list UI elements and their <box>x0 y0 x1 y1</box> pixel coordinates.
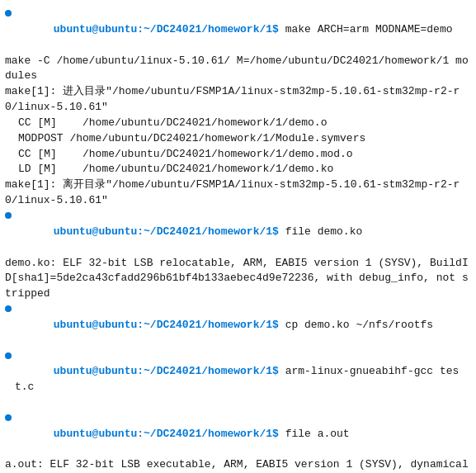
output-line-2: make[1]: 进入目录"/home/ubuntu/FSMP1A/linux-… <box>5 84 471 116</box>
output-line-5: CC [M] /home/ubuntu/DC24021/homework/1/d… <box>5 147 471 163</box>
prompt-dot-3 <box>5 305 12 312</box>
line-content-5: ubuntu@ubuntu:~/DC24021/homework/1$ file… <box>15 411 471 458</box>
prompt-3: ubuntu@ubuntu:~/DC24021/homework/1$ <box>54 319 279 331</box>
prompt-dot-5 <box>5 414 12 421</box>
cmd-1: make ARCH=arm MODNAME=demo <box>279 23 453 35</box>
prompt-1: ubuntu@ubuntu:~/DC24021/homework/1$ <box>54 23 279 35</box>
output-line-3: CC [M] /home/ubuntu/DC24021/homework/1/d… <box>5 116 471 131</box>
line-content-2: ubuntu@ubuntu:~/DC24021/homework/1$ file… <box>15 209 471 256</box>
prompt-dot-4 <box>5 352 12 359</box>
output-line-1: make -C /home/ubuntu/linux-5.10.61/ M=/h… <box>5 54 471 85</box>
cmd-3: cp demo.ko ~/nfs/rootfs <box>279 319 433 331</box>
prompt-2: ubuntu@ubuntu:~/DC24021/homework/1$ <box>54 225 279 238</box>
cmd-5: file a.out <box>279 428 350 440</box>
terminal-line-5: ubuntu@ubuntu:~/DC24021/homework/1$ file… <box>5 411 471 458</box>
output-line-9: a.out: ELF 32-bit LSB executable, ARM, E… <box>5 457 471 473</box>
line-content-4: ubuntu@ubuntu:~/DC24021/homework/1$ arm-… <box>15 349 471 411</box>
prompt-dot-2 <box>5 212 12 219</box>
terminal-line-1: ubuntu@ubuntu:~/DC24021/homework/1$ make… <box>5 7 471 54</box>
prompt-5: ubuntu@ubuntu:~/DC24021/homework/1$ <box>54 428 279 440</box>
prompt-4: ubuntu@ubuntu:~/DC24021/homework/1$ <box>54 365 279 377</box>
line-content-1: ubuntu@ubuntu:~/DC24021/homework/1$ make… <box>15 7 471 54</box>
output-line-7: make[1]: 离开目录"/home/ubuntu/FSMP1A/linux-… <box>5 177 471 209</box>
prompt-dot-1 <box>5 10 12 17</box>
terminal-line-4: ubuntu@ubuntu:~/DC24021/homework/1$ arm-… <box>5 349 471 411</box>
cmd-2: file demo.ko <box>279 225 362 238</box>
output-line-4: MODPOST /home/ubuntu/DC24021/homework/1/… <box>5 131 471 147</box>
terminal-line-3: ubuntu@ubuntu:~/DC24021/homework/1$ cp d… <box>5 302 471 349</box>
terminal-line-2: ubuntu@ubuntu:~/DC24021/homework/1$ file… <box>5 209 471 256</box>
output-line-6: LD [M] /home/ubuntu/DC24021/homework/1/d… <box>5 162 471 177</box>
terminal-window: ubuntu@ubuntu:~/DC24021/homework/1$ make… <box>0 0 476 473</box>
line-content-3: ubuntu@ubuntu:~/DC24021/homework/1$ cp d… <box>15 302 471 349</box>
output-line-8: demo.ko: ELF 32-bit LSB relocatable, ARM… <box>5 256 471 303</box>
